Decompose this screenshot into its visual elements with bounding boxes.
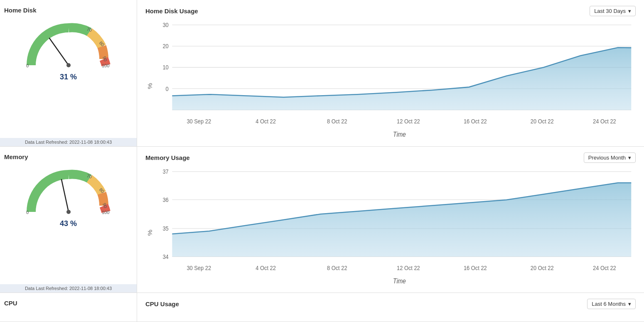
cpu-chart-title: CPU Usage <box>145 300 179 307</box>
svg-text:20: 20 <box>162 42 168 49</box>
cpu-title: CPU <box>4 300 17 307</box>
svg-text:0: 0 <box>26 63 29 68</box>
home-disk-refresh: Data Last Refreshed: 2022-11-08 18:00:43 <box>0 138 137 146</box>
svg-text:100: 100 <box>102 210 109 215</box>
home-disk-right-panel: Home Disk Usage Last 30 Days ▾ % 30 20 1… <box>137 0 644 146</box>
svg-text:12 Oct 22: 12 Oct 22 <box>397 118 420 125</box>
svg-text:20 Oct 22: 20 Oct 22 <box>531 118 554 125</box>
home-disk-chart-svg: % 30 20 10 0 30 Sep 22 4 Oct 22 8 Oct 22… <box>145 20 636 142</box>
svg-text:4 Oct 22: 4 Oct 22 <box>256 118 276 125</box>
memory-refresh: Data Last Refreshed: 2022-11-08 18:00:43 <box>0 284 137 293</box>
svg-text:30: 30 <box>162 21 168 28</box>
home-disk-row: Home Disk 70 80 90 100 0 <box>0 0 644 147</box>
svg-text:24 Oct 22: 24 Oct 22 <box>593 118 616 125</box>
svg-text:0: 0 <box>166 85 169 92</box>
svg-text:30 Sep 22: 30 Sep 22 <box>187 264 211 271</box>
cpu-row: CPU CPU Usage Last 6 Months ▾ <box>0 293 644 322</box>
home-disk-dropdown[interactable]: Last 30 Days ▾ <box>590 6 636 16</box>
svg-text:%: % <box>147 229 153 236</box>
svg-text:0: 0 <box>26 210 29 215</box>
svg-text:100: 100 <box>102 63 109 68</box>
svg-text:8 Oct 22: 8 Oct 22 <box>327 118 347 125</box>
cpu-chart-header: CPU Usage Last 6 Months ▾ <box>145 299 636 309</box>
svg-text:4 Oct 22: 4 Oct 22 <box>256 264 276 271</box>
svg-text:12 Oct 22: 12 Oct 22 <box>397 264 420 271</box>
cpu-dropdown-icon: ▾ <box>628 301 631 307</box>
home-disk-needle-pivot <box>66 63 71 67</box>
memory-row: Memory 70 80 90 100 0 43 % Data Last Ref… <box>0 147 644 293</box>
svg-text:24 Oct 22: 24 Oct 22 <box>593 264 616 271</box>
home-disk-gauge: 70 80 90 100 0 <box>23 20 114 69</box>
cpu-dropdown-label: Last 6 Months <box>592 301 626 307</box>
home-disk-chart-area: % 30 20 10 0 30 Sep 22 4 Oct 22 8 Oct 22… <box>145 20 636 142</box>
home-disk-dropdown-label: Last 30 Days <box>594 8 626 14</box>
memory-dropdown[interactable]: Previous Month ▾ <box>584 152 636 163</box>
memory-title: Memory <box>4 153 28 160</box>
memory-gauge: 70 80 90 100 0 <box>23 166 114 216</box>
svg-text:30 Sep 22: 30 Sep 22 <box>187 118 211 125</box>
svg-marker-23 <box>172 47 631 110</box>
home-disk-chart-header: Home Disk Usage Last 30 Days ▾ <box>145 6 636 16</box>
memory-chart-svg: % 37 36 35 34 30 Sep 22 4 Oct 22 8 Oct 2… <box>145 166 636 289</box>
svg-marker-46 <box>172 183 631 257</box>
memory-value: 43 % <box>60 219 77 228</box>
svg-text:%: % <box>147 83 153 89</box>
memory-dropdown-label: Previous Month <box>588 155 626 161</box>
svg-text:16 Oct 22: 16 Oct 22 <box>464 118 487 125</box>
svg-text:36: 36 <box>162 196 168 203</box>
svg-text:Time: Time <box>393 130 406 138</box>
svg-text:Time: Time <box>393 277 406 284</box>
svg-text:8 Oct 22: 8 Oct 22 <box>327 264 347 271</box>
memory-chart-area: % 37 36 35 34 30 Sep 22 4 Oct 22 8 Oct 2… <box>145 166 636 289</box>
memory-gauge-svg: 70 80 90 100 0 <box>23 166 114 216</box>
cpu-right-panel: CPU Usage Last 6 Months ▾ <box>137 293 644 322</box>
home-disk-value: 31 % <box>60 73 77 81</box>
svg-text:34: 34 <box>162 253 168 260</box>
home-disk-dropdown-icon: ▾ <box>628 8 631 14</box>
home-disk-needle <box>49 38 69 65</box>
memory-chart-header: Memory Usage Previous Month ▾ <box>145 152 636 163</box>
memory-right-panel: Memory Usage Previous Month ▾ % 37 36 35… <box>137 147 644 293</box>
home-disk-chart-title: Home Disk Usage <box>145 7 198 15</box>
memory-needle <box>61 179 69 212</box>
svg-text:35: 35 <box>162 224 168 231</box>
svg-text:37: 37 <box>162 167 168 175</box>
svg-text:16 Oct 22: 16 Oct 22 <box>464 264 487 271</box>
memory-chart-title: Memory Usage <box>145 154 190 161</box>
memory-needle-pivot <box>66 210 71 214</box>
svg-text:20 Oct 22: 20 Oct 22 <box>531 264 554 271</box>
memory-dropdown-icon: ▾ <box>628 155 631 161</box>
svg-text:10: 10 <box>162 64 168 71</box>
cpu-left-panel: CPU <box>0 293 137 322</box>
memory-left-panel: Memory 70 80 90 100 0 43 % Data Last Ref… <box>0 147 137 293</box>
home-disk-left-panel: Home Disk 70 80 90 100 0 <box>0 0 137 146</box>
home-disk-gauge-svg: 70 80 90 100 0 <box>23 20 114 69</box>
cpu-dropdown[interactable]: Last 6 Months ▾ <box>587 299 636 309</box>
home-disk-title: Home Disk <box>4 7 37 14</box>
